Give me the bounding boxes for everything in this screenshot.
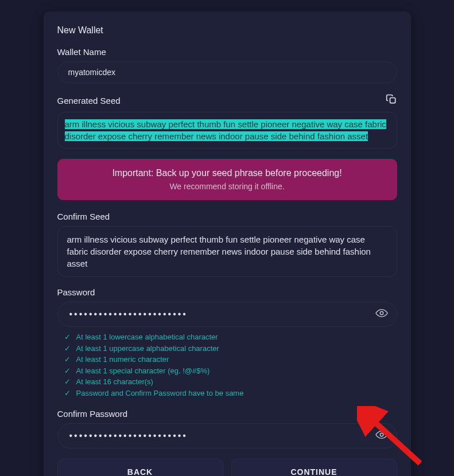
new-wallet-card: New Wallet Wallet Name Generated Seed ar… <box>44 11 411 476</box>
check-item: At least 1 special character (eg. !@#$%) <box>64 365 397 377</box>
wallet-name-wrap <box>57 61 397 83</box>
password-checks: At least 1 lowercase alphabetical charac… <box>64 331 397 399</box>
wallet-name-label: Wallet Name <box>57 47 397 57</box>
generated-seed-header: Generated Seed <box>57 93 397 107</box>
check-item: At least 1 uppercase alphabetical charac… <box>64 343 397 354</box>
important-sub: We recommend storing it offline. <box>67 182 388 191</box>
confirm-seed-label: Confirm Seed <box>57 212 397 221</box>
eye-icon[interactable] <box>375 428 388 443</box>
check-item: At least 16 character(s) <box>64 376 397 388</box>
svg-rect-0 <box>390 98 395 103</box>
important-title: Important: Back up your seed phrase befo… <box>67 168 388 178</box>
svg-point-2 <box>380 433 383 436</box>
generated-seed-text: arm illness vicious subway perfect thumb… <box>65 119 386 141</box>
confirm-password-label: Confirm Password <box>57 409 397 419</box>
button-row: BACK CONTINUE <box>57 459 397 476</box>
important-banner: Important: Back up your seed phrase befo… <box>57 159 397 200</box>
password-wrap <box>57 302 397 327</box>
check-item: At least 1 lowercase alphabetical charac… <box>64 331 397 343</box>
password-label: Password <box>57 287 397 297</box>
check-item: Password and Confirm Password have to be… <box>64 388 397 399</box>
confirm-seed-box[interactable]: arm illness vicious subway perfect thumb… <box>57 226 397 277</box>
eye-icon[interactable] <box>375 307 388 322</box>
page-title: New Wallet <box>57 25 397 36</box>
generated-seed-box[interactable]: arm illness vicious subway perfect thumb… <box>57 112 397 149</box>
back-button[interactable]: BACK <box>57 459 223 476</box>
check-item: At least 1 numeric character <box>64 354 397 365</box>
confirm-seed-text: arm illness vicious subway perfect thumb… <box>67 235 371 268</box>
wallet-name-input[interactable] <box>57 61 397 83</box>
continue-button[interactable]: CONTINUE <box>231 459 397 476</box>
copy-icon[interactable] <box>386 93 397 107</box>
generated-seed-label: Generated Seed <box>57 96 121 106</box>
confirm-password-input[interactable] <box>57 423 397 448</box>
svg-point-1 <box>380 311 383 315</box>
confirm-password-wrap <box>57 423 397 448</box>
password-input[interactable] <box>57 302 397 327</box>
